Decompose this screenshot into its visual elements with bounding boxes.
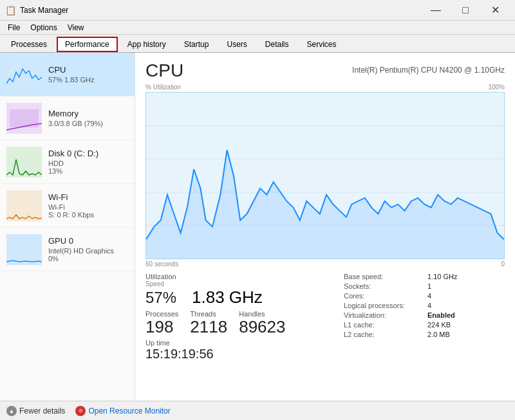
bottom-bar: ▲ Fewer details ⊘ Open Resource Monitor (0, 401, 515, 420)
info-val-base-speed: 1.10 GHz (427, 273, 457, 280)
chart-labels-top: % Utilization 100% (145, 84, 505, 91)
threads-block: Threads 2118 (190, 310, 227, 336)
cpu-info: CPU 57% 1.83 GHz (48, 65, 128, 84)
sidebar-item-memory[interactable]: Memory 3.0/3.8 GB (79%) (0, 96, 135, 140)
util-speed-values: 57% 1.83 GHz (145, 288, 344, 307)
title-bar: 📋 Task Manager — □ ✕ (0, 0, 515, 21)
chart-time-label: 60 seconds (145, 260, 178, 268)
info-row-l2: L2 cache: 2.0 MB (344, 331, 505, 338)
cpu-name: CPU (48, 65, 128, 75)
chart-y-label: % Utilization (145, 84, 181, 91)
info-val-sockets: 1 (427, 282, 431, 290)
memory-name: Memory (48, 109, 128, 118)
maximize-button[interactable]: □ (451, 0, 480, 21)
util-block: Utilization Speed (145, 273, 176, 288)
info-section: Base speed: 1.10 GHz Sockets: 1 Cores: 4… (344, 273, 505, 361)
chart-zero-label: 0 (501, 260, 505, 268)
info-key-cores: Cores: (344, 292, 427, 300)
tab-users[interactable]: Users (218, 37, 255, 52)
info-row-l1: L1 cache: 224 KB (344, 321, 505, 329)
wifi-info: Wi-Fi Wi-Fi S: 0 R: 0 Kbps (48, 192, 128, 219)
close-button[interactable]: ✕ (480, 0, 510, 21)
menu-file[interactable]: File (3, 21, 25, 35)
menu-view[interactable]: View (62, 21, 89, 35)
tab-details[interactable]: Details (257, 37, 297, 52)
title-bar-controls: — □ ✕ (421, 0, 510, 21)
disk-info: Disk 0 (C: D:) HDD 13% (48, 149, 128, 175)
info-val-cores: 4 (427, 292, 431, 300)
cpu-stats: 57% 1.83 GHz (48, 76, 128, 84)
tab-processes[interactable]: Processes (3, 37, 55, 52)
info-key-logical: Logical processors: (344, 302, 427, 309)
info-row-virt: Virtualization: Enabled (344, 311, 505, 319)
processes-value: 198 (145, 318, 178, 336)
gpu-mini-graph (6, 234, 42, 265)
open-monitor-label: Open Resource Monitor (88, 406, 170, 415)
uptime-block: Up time 15:19:19:56 (145, 339, 344, 361)
sidebar-item-cpu[interactable]: CPU 57% 1.83 GHz (0, 53, 135, 96)
info-row-sockets: Sockets: 1 (344, 282, 505, 290)
detail-panel: CPU Intel(R) Pentium(R) CPU N4200 @ 1.10… (135, 53, 515, 401)
info-key-virt: Virtualization: (344, 311, 427, 319)
cpu-chart (145, 92, 505, 259)
open-monitor-icon: ⊘ (75, 406, 86, 416)
memory-info: Memory 3.0/3.8 GB (79%) (48, 109, 128, 127)
chart-max-label: 100% (488, 84, 505, 91)
wifi-name: Wi-Fi (48, 192, 128, 202)
fewer-details-label: Fewer details (19, 406, 65, 415)
util-label: Utilization (145, 273, 176, 280)
wifi-val: S: 0 R: 0 Kbps (48, 211, 128, 219)
info-row-logical: Logical processors: 4 (344, 302, 505, 309)
fewer-details-button[interactable]: ▲ Fewer details (6, 406, 65, 416)
menu-bar: File Options View (0, 21, 515, 35)
menu-options[interactable]: Options (25, 21, 62, 35)
app-icon: 📋 (5, 5, 16, 15)
disk-mini-graph (6, 147, 42, 178)
tab-bar: Processes Performance App history Startu… (0, 35, 515, 53)
speed-value: 1.83 GHz (192, 288, 263, 307)
gpu-name: GPU 0 (48, 236, 128, 246)
open-monitor-button[interactable]: ⊘ Open Resource Monitor (75, 406, 170, 416)
wifi-mini-graph (6, 190, 42, 221)
detail-subtitle: Intel(R) Pentium(R) CPU N4200 @ 1.10GHz (352, 66, 505, 75)
minimize-button[interactable]: — (421, 0, 451, 21)
util-value: 57% (145, 289, 176, 306)
detail-header: CPU Intel(R) Pentium(R) CPU N4200 @ 1.10… (145, 60, 505, 81)
disk-val: 13% (48, 167, 128, 175)
fewer-details-icon: ▲ (6, 406, 17, 416)
wifi-type: Wi-Fi (48, 203, 128, 211)
info-val-logical: 4 (427, 302, 431, 309)
gpu-info: GPU 0 Intel(R) HD Graphics 0% (48, 236, 128, 262)
processes-block: Processes 198 (145, 310, 178, 336)
info-val-virt: Enabled (427, 311, 455, 319)
svg-rect-0 (6, 59, 42, 90)
disk-type: HDD (48, 160, 128, 167)
tab-app-history[interactable]: App history (119, 37, 174, 52)
chart-labels-bottom: 60 seconds 0 (145, 260, 505, 268)
process-thread-handle-row: Processes 198 Threads 2118 Handles 89623 (145, 310, 344, 336)
handles-value: 89623 (239, 318, 285, 336)
detail-title: CPU (145, 60, 183, 81)
sidebar: CPU 57% 1.83 GHz Memory 3.0/3.8 GB (79%) (0, 53, 135, 401)
disk-name: Disk 0 (C: D:) (48, 149, 128, 158)
sidebar-item-wifi[interactable]: Wi-Fi Wi-Fi S: 0 R: 0 Kbps (0, 184, 135, 228)
main-content: CPU 57% 1.83 GHz Memory 3.0/3.8 GB (79%) (0, 53, 515, 401)
info-key-sockets: Sockets: (344, 282, 427, 290)
tab-startup[interactable]: Startup (176, 37, 218, 52)
memory-stats: 3.0/3.8 GB (79%) (48, 120, 128, 127)
sidebar-item-gpu[interactable]: GPU 0 Intel(R) HD Graphics 0% (0, 228, 135, 271)
chart-area: % Utilization 100% 60 second (145, 84, 505, 268)
stats-info-row: Utilization Speed 57% 1.83 GHz Processes… (145, 273, 505, 361)
info-val-l2: 2.0 MB (427, 331, 450, 338)
info-key-base-speed: Base speed: (344, 273, 427, 280)
info-key-l1: L1 cache: (344, 321, 427, 329)
uptime-label: Up time (145, 339, 344, 347)
sidebar-item-disk[interactable]: Disk 0 (C: D:) HDD 13% (0, 140, 135, 184)
info-row-base-speed: Base speed: 1.10 GHz (344, 273, 505, 280)
tab-performance[interactable]: Performance (57, 37, 118, 52)
tab-services[interactable]: Services (299, 37, 345, 52)
info-row-cores: Cores: 4 (344, 292, 505, 300)
app-title: Task Manager (20, 6, 68, 15)
util-speed-row: Utilization Speed (145, 273, 344, 288)
info-key-l2: L2 cache: (344, 331, 427, 338)
